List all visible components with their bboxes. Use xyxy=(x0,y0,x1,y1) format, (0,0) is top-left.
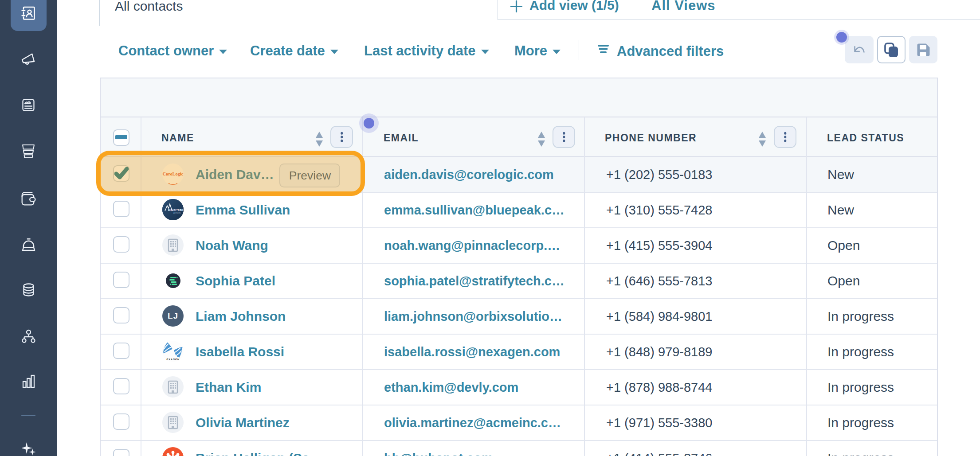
svg-text:EXAGEN: EXAGEN xyxy=(166,358,180,361)
svg-text:BluePeak: BluePeak xyxy=(168,208,184,212)
svg-text:ADVISORS: ADVISORS xyxy=(173,212,180,214)
